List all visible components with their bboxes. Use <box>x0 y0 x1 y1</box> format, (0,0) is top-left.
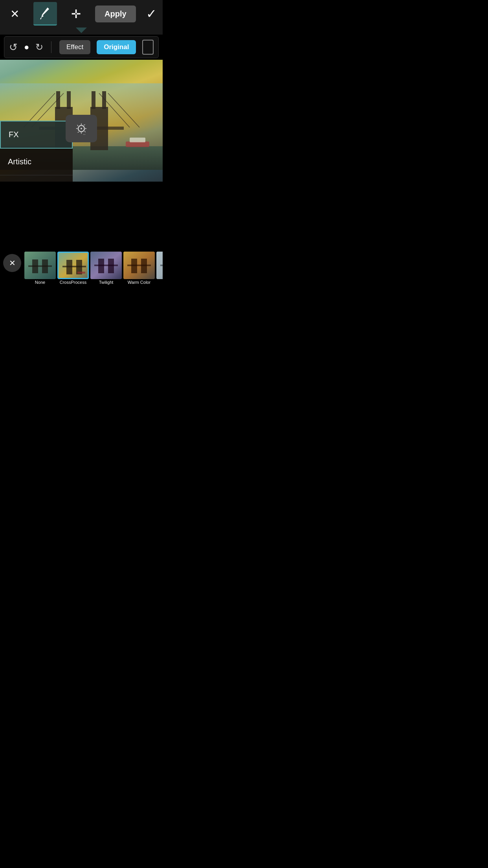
svg-point-18 <box>83 134 84 135</box>
square-button[interactable] <box>142 40 154 55</box>
gear-button[interactable] <box>66 115 97 142</box>
dot-button[interactable]: ● <box>24 42 29 52</box>
svg-point-19 <box>84 134 85 135</box>
effect-button[interactable]: Effect <box>59 40 90 54</box>
image-area: FX Artistic Pop Art Paper Corrections <box>0 60 163 182</box>
menu-item-artistic[interactable]: Artistic <box>0 149 73 175</box>
svg-rect-14 <box>126 142 149 147</box>
filmstrip: ✕ None <box>0 250 163 289</box>
side-menu: FX Artistic Pop Art Paper Corrections <box>0 121 73 182</box>
top-toolbar: ✕ ✛ Apply ✓ <box>0 0 163 28</box>
thumb-lightcro-img <box>156 252 163 279</box>
thumb-crossprocess-img <box>57 252 89 279</box>
svg-line-0 <box>40 18 41 19</box>
original-button[interactable]: Original <box>97 40 136 54</box>
thumb-none[interactable]: None <box>24 252 56 285</box>
filmstrip-close-button[interactable]: ✕ <box>3 254 21 272</box>
thumb-crossprocess[interactable]: CrossProcess <box>57 252 89 285</box>
svg-rect-23 <box>28 265 52 267</box>
toolbar-divider <box>51 41 51 53</box>
refresh-button[interactable]: ↻ <box>35 42 43 53</box>
confirm-button[interactable]: ✓ <box>146 6 157 21</box>
undo-button[interactable]: ↺ <box>9 41 18 53</box>
secondary-toolbar: ↺ ● ↻ Effect Original <box>4 36 159 58</box>
thumb-lightcro[interactable]: Light Cro <box>156 252 163 285</box>
thumb-crossprocess-label: CrossProcess <box>60 280 86 285</box>
thumb-none-label: None <box>35 280 45 285</box>
thumb-twilight[interactable]: Twilight <box>90 252 122 285</box>
menu-item-fx[interactable]: FX <box>0 121 73 149</box>
brush-button[interactable] <box>33 2 57 26</box>
svg-rect-27 <box>62 266 86 267</box>
brush-icon <box>40 7 51 20</box>
svg-rect-15 <box>130 138 145 142</box>
svg-rect-28 <box>77 272 85 274</box>
toolbar-pointer <box>0 28 163 35</box>
move-button[interactable]: ✛ <box>68 5 85 22</box>
thumb-warmcolor-label: Warm Color <box>128 280 150 285</box>
svg-rect-32 <box>94 265 118 266</box>
svg-rect-36 <box>127 265 151 266</box>
svg-point-17 <box>81 128 82 129</box>
thumb-warmcolor-img <box>123 252 155 279</box>
thumb-twilight-label: Twilight <box>99 280 114 285</box>
svg-rect-7 <box>92 91 95 109</box>
svg-rect-5 <box>67 91 71 109</box>
thumb-twilight-img <box>90 252 122 279</box>
close-button[interactable]: ✕ <box>6 5 23 22</box>
apply-button[interactable]: Apply <box>95 6 136 22</box>
svg-rect-40 <box>160 265 163 266</box>
menu-item-pop-art[interactable]: Pop Art <box>0 175 73 182</box>
thumb-warmcolor[interactable]: Warm Color <box>123 252 155 285</box>
gear-icon <box>73 121 89 136</box>
thumb-none-img <box>24 252 56 279</box>
thumbnails-container: None <box>24 250 163 286</box>
